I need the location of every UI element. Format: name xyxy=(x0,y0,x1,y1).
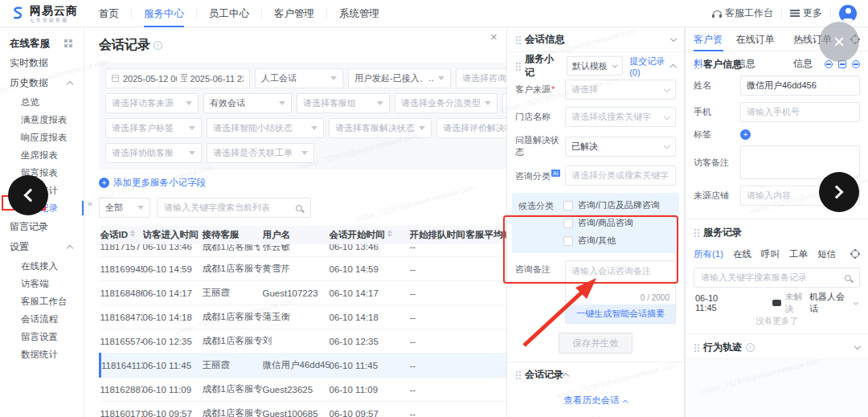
filter-valid-session[interactable]: 有效会话 xyxy=(203,93,292,113)
view-history-link[interactable]: 查看历史会话 xyxy=(564,395,628,407)
nav-system-management[interactable]: 系统管理 xyxy=(327,0,391,27)
info-icon[interactable] xyxy=(154,41,162,50)
col-session-start-time[interactable]: 会话开始时间 xyxy=(330,226,410,244)
workbench-button[interactable]: 客服工作台 xyxy=(713,6,773,20)
sidebar-item-online-access[interactable]: 在线接入 xyxy=(0,257,84,275)
sidebar-item-message-report[interactable]: 留言报表 xyxy=(0,164,84,182)
generate-summary-button[interactable]: 一键生成智能会话摘要 xyxy=(566,305,675,323)
filter-agent-group[interactable]: 请选择客服组 xyxy=(297,93,390,113)
name-input[interactable]: 微信用户46dd456 xyxy=(740,76,860,96)
tour-prev-button[interactable] xyxy=(8,175,48,215)
add-tag-button[interactable] xyxy=(740,129,751,140)
filter-visitor-source[interactable]: 请选择访客来源 xyxy=(105,93,199,113)
sidebar-item-satisfaction-report[interactable]: 满意度报表 xyxy=(0,111,84,129)
drag-handle-icon[interactable] xyxy=(515,35,521,44)
sidebar-item-overview[interactable]: 总览 xyxy=(0,93,84,111)
nav-staff-center[interactable]: 员工中心 xyxy=(197,0,261,27)
nav-customer-management[interactable]: 客户管理 xyxy=(262,0,326,27)
service-tab-ticket[interactable]: 工单 xyxy=(789,248,808,260)
filter-agent-solve-status[interactable]: 请选择客服解决状态 xyxy=(329,118,432,138)
nav-service-center[interactable]: 服务中心 xyxy=(132,0,196,27)
filter-initiator[interactable]: 用户发起-已接入、… xyxy=(348,68,451,88)
save-button[interactable]: 保存并生效 xyxy=(559,333,633,354)
service-tab-sms[interactable]: 短信 xyxy=(817,248,836,260)
sync-icon[interactable] xyxy=(825,60,833,68)
service-tab-all[interactable]: 所有(1) xyxy=(694,248,723,260)
filter-customer-tag[interactable]: 请选择客户标签 xyxy=(105,118,202,138)
filter-smart-note-status[interactable]: 请选择智能小结状态 xyxy=(207,118,324,138)
candidate-option[interactable]: 咨询/商品咨询 xyxy=(563,217,660,229)
col-visitor-enter-time[interactable]: 访客进入时间 xyxy=(143,226,203,244)
chevron-down-icon xyxy=(664,142,670,149)
filter-session-type[interactable]: 人工会话 xyxy=(255,68,343,88)
overlay-close-button[interactable]: × xyxy=(819,22,859,62)
sidebar-item-message-records[interactable]: 留言记录 xyxy=(0,217,84,237)
consult-category-input[interactable]: 请选择分类或搜索关键字 xyxy=(565,166,676,186)
filter-multi-assign-entry[interactable]: 请选择多分配入口 xyxy=(502,93,506,113)
date-range-picker[interactable]: 2025-05-12 00:00 至 2025-06-11 23:59 xyxy=(105,68,250,88)
table-row[interactable]: 118171573...06-10 13:46成都1店客服专员1张云敏06-10… xyxy=(100,244,507,257)
sidebar-item-response-report[interactable]: 响应度报表 xyxy=(0,129,84,146)
hamburger-icon xyxy=(790,10,800,11)
store-name-select[interactable]: 请选择或搜索关键字 xyxy=(565,107,676,127)
service-tab-online[interactable]: 在线 xyxy=(733,248,751,260)
tab-customer-profile[interactable]: 客户资料 xyxy=(694,27,723,51)
more-menu-button[interactable]: 更多 xyxy=(790,6,822,20)
drag-handle-icon[interactable] xyxy=(694,228,699,237)
nav-home[interactable]: 首页 xyxy=(87,0,131,27)
table-row[interactable]: 118168486...06-10 14:17王丽霞Guest10722306-… xyxy=(100,281,507,305)
service-record-item[interactable]: 06-10 11:45 未解决 机器人会话 xyxy=(686,292,868,313)
table-row[interactable]: 118169945...06-10 14:59成都1店客服专员2黄雪芹06-10… xyxy=(100,257,507,281)
template-select[interactable]: 默认模板 xyxy=(567,56,623,76)
sidebar-item-session-flow[interactable]: 会话流程 xyxy=(0,310,84,328)
add-more-fields-link[interactable]: 添加更多服务小记字段 xyxy=(99,177,506,189)
sidebar-item-message-settings[interactable]: 留言设置 xyxy=(0,328,84,345)
candidate-label: 候选分类 xyxy=(518,199,563,247)
table-row[interactable]: 118168473...06-10 14:18成都1店客服专员2蒲玉衡06-10… xyxy=(100,305,507,329)
tab-online-orders[interactable]: 在线订单信息 xyxy=(736,27,780,51)
sidebar-item-agent-workbench[interactable]: 客服工作台 xyxy=(0,292,84,310)
chevron-down-icon[interactable] xyxy=(670,35,677,42)
service-record-search-input[interactable]: 请输入关键字搜索服务记录 xyxy=(694,268,860,288)
service-tab-call[interactable]: 呼叫 xyxy=(761,248,780,260)
submit-records-link[interactable]: 提交记录(0) xyxy=(629,55,671,77)
table-row[interactable]: 118160171...06-10 09:57成都1店客服专员2Guest100… xyxy=(100,402,507,417)
table-row[interactable]: 118162887...06-10 11:09成都1店客服专员2Guest236… xyxy=(100,378,507,402)
table-row[interactable]: 118165574...06-10 12:35成都1店客服专员2刘06-10 1… xyxy=(100,329,507,354)
sidebar-item-realtime[interactable]: 实时数据 xyxy=(0,53,84,73)
filter-assist-agent[interactable]: 请选择协助客服 xyxy=(105,143,202,163)
candidate-option[interactable]: 咨询/门店及品牌咨询 xyxy=(563,199,660,211)
filter-business-shunt-type[interactable]: 请选择业务分流类型 xyxy=(395,93,497,113)
headset-icon xyxy=(713,10,722,16)
behavior-track-section[interactable]: 行为轨迹 xyxy=(686,336,868,358)
solve-status-select[interactable]: 已解决 xyxy=(565,137,676,157)
customer-source-select[interactable]: 请选择 xyxy=(565,80,676,100)
table-search-input[interactable]: 请输入关键字搜索当前列表 xyxy=(157,198,311,218)
tour-next-button[interactable] xyxy=(819,172,859,212)
add-person-icon[interactable] xyxy=(852,60,860,68)
filter-consult-category[interactable]: 请选择咨询分类 xyxy=(456,68,506,88)
filter-rating-solve-status[interactable]: 请选择评价解决状态 xyxy=(436,118,506,138)
filter-linked-ticket[interactable]: 请选择是否关联工单 xyxy=(207,143,314,163)
search-scope-select[interactable]: 全部 xyxy=(99,198,150,218)
candidate-option[interactable]: 咨询/其他 xyxy=(563,235,660,247)
chevron-up-icon[interactable] xyxy=(670,63,677,70)
sidebar-group-settings[interactable]: 设置 xyxy=(0,237,84,257)
col-session-id[interactable]: 会话ID xyxy=(100,226,143,244)
sidebar-item-visitor-client[interactable]: 访客端 xyxy=(0,275,84,292)
drag-handle-icon[interactable] xyxy=(515,370,521,379)
table-row-selected[interactable]: 118164113...06-10 11:45王丽霞微信用户46dd45606-… xyxy=(100,354,507,378)
sidebar-item-data-stats[interactable]: 数据统计 xyxy=(0,345,84,363)
chevron-up-icon[interactable] xyxy=(563,372,569,378)
user-avatar[interactable] xyxy=(839,5,857,22)
consult-remark-textarea[interactable]: 请输入会话咨询备注 0 / 2000 xyxy=(566,261,675,305)
sidebar-group-history[interactable]: 历史数据 xyxy=(0,73,84,93)
sidebar-item-agent-report[interactable]: 坐席报表 xyxy=(0,146,84,164)
gear-icon[interactable] xyxy=(850,249,860,259)
workbench-label: 客服工作台 xyxy=(725,6,773,20)
module-grid-icon[interactable] xyxy=(64,39,68,43)
close-panel-icon[interactable]: × xyxy=(490,31,497,43)
phone-input[interactable]: 请输入手机号 xyxy=(740,102,860,122)
sidebar-collapse-icon[interactable]: « xyxy=(88,198,92,208)
drag-handle-icon[interactable] xyxy=(515,62,521,71)
